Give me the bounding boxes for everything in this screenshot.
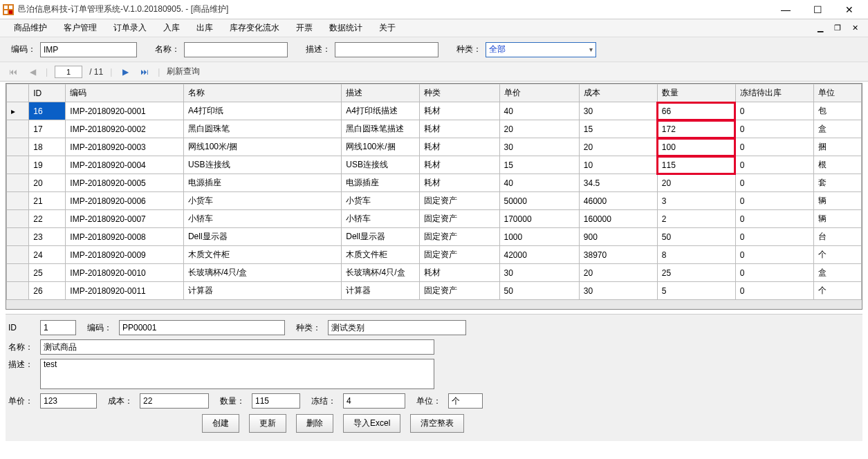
cell-name[interactable]: 黑白圆珠笔	[183, 120, 341, 138]
data-grid[interactable]: ID编码名称描述种类单价成本数量冻结待出库单位 ▸16IMP-20180920-…	[6, 83, 862, 310]
cell-id[interactable]: 19	[29, 156, 66, 174]
delete-button[interactable]: 删除	[296, 414, 333, 433]
cell-code[interactable]: IMP-20180920-0003	[66, 138, 184, 156]
cell-cost[interactable]: 20	[579, 138, 657, 156]
filter-desc-input[interactable]	[335, 42, 438, 57]
maximize-button[interactable]: ☐	[802, 0, 833, 19]
cell-id[interactable]: 17	[29, 120, 66, 138]
cell-cat[interactable]: 固定资产	[420, 192, 499, 210]
cell-price[interactable]: 30	[499, 264, 579, 282]
detail-id-input[interactable]	[40, 320, 76, 335]
cell-desc[interactable]: USB连接线	[342, 156, 420, 174]
cell-price[interactable]: 50000	[499, 192, 579, 210]
cell-desc[interactable]: 小货车	[342, 192, 420, 210]
cell-freeze[interactable]: 0	[735, 138, 813, 156]
cell-qty[interactable]: 172	[657, 120, 735, 138]
cell-desc[interactable]: 计算器	[342, 282, 420, 300]
update-button[interactable]: 更新	[249, 414, 286, 433]
cell-code[interactable]: IMP-20180920-0008	[66, 228, 184, 246]
cell-code[interactable]: IMP-20180920-0011	[66, 282, 184, 300]
cell-freeze[interactable]: 0	[735, 228, 813, 246]
cell-freeze[interactable]: 0	[735, 246, 813, 264]
cell-desc[interactable]: 木质文件柜	[342, 246, 420, 264]
menu-in[interactable]: 入库	[155, 19, 188, 37]
table-row[interactable]: 22IMP-20180920-0007小轿车小轿车固定资产17000016000…	[7, 210, 862, 228]
cell-unit[interactable]: 捆	[813, 138, 861, 156]
column-header[interactable]: 单位	[813, 84, 861, 102]
nav-refresh-button[interactable]: 刷新查询	[167, 66, 200, 77]
cell-price[interactable]: 42000	[499, 246, 579, 264]
cell-freeze[interactable]: 0	[735, 156, 813, 174]
cell-cat[interactable]: 耗材	[420, 102, 499, 120]
cell-unit[interactable]: 包	[813, 102, 861, 120]
cell-cost[interactable]: 30	[579, 102, 657, 120]
cell-freeze[interactable]: 0	[735, 120, 813, 138]
cell-id[interactable]: 23	[29, 228, 66, 246]
column-header[interactable]: 编码	[66, 84, 184, 102]
cell-freeze[interactable]: 0	[735, 264, 813, 282]
cell-cost[interactable]: 46000	[579, 192, 657, 210]
cell-unit[interactable]: 根	[813, 156, 861, 174]
detail-freeze-input[interactable]	[343, 393, 405, 409]
cell-cost[interactable]: 160000	[579, 210, 657, 228]
menu-invoice[interactable]: 开票	[288, 19, 321, 37]
cell-desc[interactable]: 长玻璃杯/4只/盒	[342, 264, 420, 282]
cell-id[interactable]: 24	[29, 246, 66, 264]
cell-qty[interactable]: 5	[657, 282, 735, 300]
detail-unit-input[interactable]	[448, 393, 483, 409]
cell-price[interactable]: 1000	[499, 228, 579, 246]
cell-cost[interactable]: 10	[579, 156, 657, 174]
cell-unit[interactable]: 套	[813, 174, 861, 192]
column-header[interactable]: 名称	[183, 84, 341, 102]
cell-qty[interactable]: 115	[657, 156, 735, 174]
column-header[interactable]: 单价	[499, 84, 579, 102]
cell-cost[interactable]: 34.5	[579, 174, 657, 192]
mdi-close-icon[interactable]: ✕	[848, 22, 862, 34]
nav-next-icon[interactable]: ▶	[119, 67, 131, 77]
table-row[interactable]: 17IMP-20180920-0002黑白圆珠笔黑白圆珠笔描述耗材2015172…	[7, 120, 862, 138]
cell-cat[interactable]: 固定资产	[420, 282, 499, 300]
cell-code[interactable]: IMP-20180920-0002	[66, 120, 184, 138]
filter-code-input[interactable]	[40, 42, 137, 57]
detail-qty-input[interactable]	[252, 393, 300, 409]
detail-name-input[interactable]	[40, 339, 434, 355]
cell-desc[interactable]: 黑白圆珠笔描述	[342, 120, 420, 138]
cell-qty[interactable]: 2	[657, 210, 735, 228]
cell-name[interactable]: 木质文件柜	[183, 246, 341, 264]
cell-price[interactable]: 40	[499, 174, 579, 192]
cell-qty[interactable]: 8	[657, 246, 735, 264]
cell-cat[interactable]: 耗材	[420, 138, 499, 156]
cell-code[interactable]: IMP-20180920-0006	[66, 192, 184, 210]
table-row[interactable]: 21IMP-20180920-0006小货车小货车固定资产50000460003…	[7, 192, 862, 210]
cell-id[interactable]: 22	[29, 210, 66, 228]
cell-cat[interactable]: 固定资产	[420, 246, 499, 264]
cell-desc[interactable]: 电源插座	[342, 174, 420, 192]
cell-unit[interactable]: 盒	[813, 264, 861, 282]
menu-order[interactable]: 订单录入	[105, 19, 155, 37]
cell-code[interactable]: IMP-20180920-0005	[66, 174, 184, 192]
cell-freeze[interactable]: 0	[735, 192, 813, 210]
cell-cat[interactable]: 固定资产	[420, 228, 499, 246]
nav-prev-icon[interactable]: ◀	[26, 67, 39, 77]
cell-price[interactable]: 30	[499, 138, 579, 156]
cell-cost[interactable]: 900	[579, 228, 657, 246]
cell-cat[interactable]: 耗材	[420, 156, 499, 174]
column-header[interactable]: 种类	[420, 84, 499, 102]
column-header[interactable]: 成本	[579, 84, 657, 102]
column-header[interactable]: 描述	[342, 84, 420, 102]
cell-code[interactable]: IMP-20180920-0007	[66, 210, 184, 228]
cell-price[interactable]: 40	[499, 102, 579, 120]
cell-desc[interactable]: 小轿车	[342, 210, 420, 228]
cell-price[interactable]: 20	[499, 120, 579, 138]
cell-price[interactable]: 50	[499, 282, 579, 300]
nav-page-input[interactable]	[55, 66, 82, 78]
column-header[interactable]: ID	[29, 84, 66, 102]
minimize-button[interactable]: —	[770, 0, 802, 19]
cell-name[interactable]: USB连接线	[183, 156, 341, 174]
cell-cost[interactable]: 15	[579, 120, 657, 138]
create-button[interactable]: 创建	[202, 414, 239, 433]
cell-freeze[interactable]: 0	[735, 102, 813, 120]
cell-cat[interactable]: 耗材	[420, 264, 499, 282]
table-row[interactable]: 20IMP-20180920-0005电源插座电源插座耗材4034.5200套	[7, 174, 862, 192]
detail-cat-input[interactable]	[328, 320, 466, 335]
